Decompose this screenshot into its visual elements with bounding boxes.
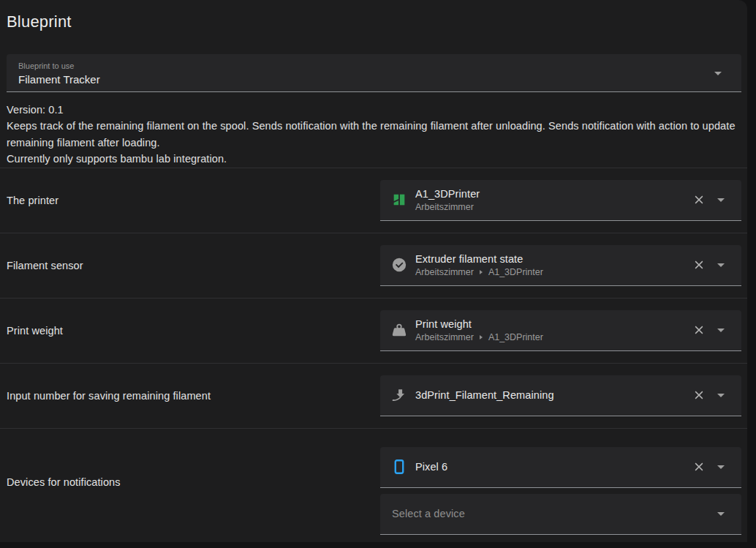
config-row-filament-sensor: Filament sensor Extruder filament state …	[0, 233, 747, 298]
chevron-down-icon[interactable]	[717, 465, 725, 469]
row-label-devices: Devices for notifications	[0, 476, 380, 488]
config-row-input-number: Input number for saving remaining filame…	[0, 363, 747, 428]
picker-secondary: Arbeitszimmer A1_3DPrinter	[415, 267, 543, 277]
blueprint-select-value: Filament Tracker	[18, 73, 712, 86]
device-picker-printer[interactable]: A1_3DPrinter Arbeitszimmer	[380, 180, 741, 221]
device-picker-placeholder: Select a device	[392, 508, 465, 519]
entity-picker-input-number[interactable]: 3dPrint_Filament_Remaining	[380, 375, 741, 416]
blueprint-description-body: Keeps track of the remaining filament on…	[7, 118, 741, 151]
clear-icon[interactable]	[689, 386, 708, 405]
device-picker-add-device[interactable]: Select a device	[380, 494, 741, 535]
row-label-input-number: Input number for saving remaining filame…	[0, 390, 380, 402]
picker-primary: 3dPrint_Filament_Remaining	[415, 389, 554, 401]
config-row-devices: Devices for notifications Pixel 6 Select…	[0, 428, 747, 536]
clear-icon[interactable]	[689, 457, 708, 476]
chevron-down-icon[interactable]	[717, 198, 725, 202]
clear-icon[interactable]	[689, 255, 708, 274]
bambu-printer-icon	[391, 192, 407, 208]
weight-icon	[391, 322, 407, 338]
breadcrumb-arrow-icon	[480, 335, 483, 339]
chevron-down-icon[interactable]	[717, 263, 725, 267]
row-label-print-weight: Print weight	[0, 325, 380, 337]
blueprint-description-note: Currently only supports bambu lab integr…	[7, 151, 741, 167]
check-circle-icon	[391, 257, 407, 273]
clear-icon[interactable]	[689, 190, 708, 209]
picker-secondary: Arbeitszimmer	[415, 202, 480, 212]
device-picker-notification-device[interactable]: Pixel 6	[380, 447, 741, 488]
row-label-printer: The printer	[0, 195, 380, 206]
picker-primary: A1_3DPrinter	[415, 188, 480, 200]
input-number-icon	[391, 387, 407, 403]
picker-secondary: Arbeitszimmer A1_3DPrinter	[415, 332, 543, 342]
picker-primary: Pixel 6	[415, 461, 447, 473]
chevron-down-icon[interactable]	[714, 72, 722, 75]
blueprint-version: Version: 0.1	[7, 102, 741, 118]
chevron-down-icon[interactable]	[717, 512, 725, 516]
clear-icon[interactable]	[689, 320, 708, 339]
entity-picker-filament-sensor[interactable]: Extruder filament state Arbeitszimmer A1…	[380, 245, 741, 286]
page-title: Blueprint	[7, 12, 747, 32]
cellphone-icon	[391, 459, 407, 475]
chevron-down-icon[interactable]	[717, 394, 725, 397]
blueprint-select[interactable]: Blueprint to use Filament Tracker	[7, 54, 741, 92]
chevron-down-icon[interactable]	[717, 329, 725, 332]
config-row-print-weight: Print weight Print weight Arbeitszimmer …	[0, 298, 747, 363]
row-label-filament-sensor: Filament sensor	[0, 260, 380, 271]
blueprint-select-label: Blueprint to use	[18, 61, 712, 71]
breadcrumb-arrow-icon	[480, 270, 483, 274]
picker-primary: Extruder filament state	[415, 253, 543, 265]
entity-picker-print-weight[interactable]: Print weight Arbeitszimmer A1_3DPrinter	[380, 310, 741, 351]
config-row-printer: The printer A1_3DPrinter Arbeitszimmer	[0, 168, 747, 233]
blueprint-description: Version: 0.1 Keeps track of the remainin…	[7, 102, 741, 168]
picker-primary: Print weight	[415, 318, 543, 330]
blueprint-card: Blueprint Blueprint to use Filament Trac…	[0, 0, 747, 542]
